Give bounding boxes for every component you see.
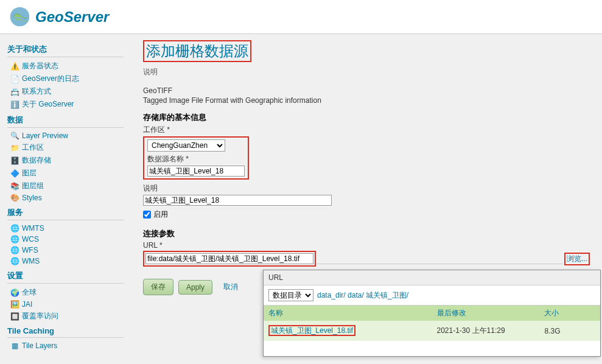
url-highlight [143, 251, 316, 267]
format-name: GeoTIFF [143, 86, 590, 95]
sidebar-item-wmts[interactable]: 🌐WMTS [7, 223, 124, 234]
sidebar-item-logs[interactable]: 📄GeoServer的日志 [7, 72, 124, 85]
info-icon: ℹ️ [10, 100, 19, 109]
col-modified[interactable]: 最后修改 [432, 306, 540, 321]
sidebar-item-tile-layers[interactable]: ▦Tile Layers [7, 340, 124, 351]
dsname-input[interactable] [147, 166, 245, 177]
url-line [317, 253, 563, 264]
browse-highlight: 浏览... [564, 253, 590, 265]
browse-link[interactable]: 浏览... [567, 254, 587, 263]
folder-icon: 📁 [10, 144, 19, 152]
sidebar-item-stores[interactable]: 🗄️数据存储 [7, 154, 124, 167]
sidebar-item-contact[interactable]: 📇联系方式 [7, 85, 124, 98]
apply-button[interactable]: Apply [178, 280, 212, 295]
sidebar-item-layer-groups[interactable]: 📚图层组 [7, 180, 124, 192]
conn-params-section: 连接参数 [143, 228, 590, 239]
sidebar-item-jai[interactable]: 🖼️JAI [7, 299, 124, 310]
url-label: URL * [143, 241, 590, 250]
sidebar-item-wfs[interactable]: 🌐WFS [7, 245, 124, 256]
sidebar-item-server-status[interactable]: ⚠️服务器状态 [7, 60, 124, 72]
format-description: Tagged Image File Format with Geographic… [143, 96, 590, 105]
sidebar-heading-services: 服务 [7, 203, 124, 220]
sidebar-item-wms[interactable]: 🌐WMS [7, 256, 124, 267]
file-browser-popup: URL 数据目录 data_dir/ data/ 城关镇_卫图/ 名称 最后修改… [263, 270, 601, 357]
sidebar-heading-data: 数据 [7, 111, 124, 128]
globe-icon: 🌍 [10, 289, 19, 297]
file-mtime: 2021-1-30 上午11:29 [432, 321, 540, 341]
popup-footer [264, 341, 600, 356]
sidebar-item-about[interactable]: ℹ️关于 GeoServer [7, 98, 124, 111]
workspace-highlight: ChengGuanZhen 数据源名称 * [143, 136, 249, 180]
enabled-checkbox[interactable] [143, 211, 151, 219]
file-table: 名称 最后修改 大小 城关镇_卫图_Level_18.tif 2021-1-30… [264, 306, 600, 341]
file-size: 8.3G [539, 321, 600, 341]
page-title: 添加栅格数据源 [146, 41, 248, 61]
file-row[interactable]: 城关镇_卫图_Level_18.tif 2021-1-30 上午11:29 8.… [264, 321, 600, 341]
workspace-select[interactable]: ChengGuanZhen [147, 139, 225, 152]
sidebar-item-coverage-access[interactable]: 🔲覆盖率访问 [7, 310, 124, 323]
save-button[interactable]: 保存 [143, 279, 173, 295]
col-name[interactable]: 名称 [264, 306, 432, 321]
description-input[interactable] [143, 195, 332, 206]
sidebar-item-wcs[interactable]: 🌐WCS [7, 234, 124, 245]
enabled-label: 启用 [153, 209, 168, 220]
document-icon: 📄 [10, 75, 19, 83]
geoserver-logo-icon [9, 6, 30, 27]
section-basic-info: 存储库的基本信息 [143, 112, 590, 123]
popup-title: URL [264, 270, 600, 285]
card-icon: 📇 [10, 88, 19, 96]
tile-icon: ▦ [10, 341, 19, 350]
sidebar: 关于和状态 ⚠️服务器状态 📄GeoServer的日志 📇联系方式 ℹ️关于 G… [0, 34, 131, 364]
preview-icon: 🔍 [10, 131, 19, 140]
desc-label: 说明 [143, 67, 590, 77]
file-name-highlight: 城关镇_卫图_Level_18.tif [268, 325, 355, 336]
url-input[interactable] [145, 253, 313, 264]
breadcrumb[interactable]: data_dir/ data/ 城关镇_卫图/ [317, 290, 408, 301]
layer-icon: 🔷 [10, 169, 19, 178]
header: GeoServer [0, 0, 602, 34]
brand-text: GeoServer [35, 9, 109, 26]
sidebar-item-global[interactable]: 🌍全球 [7, 286, 124, 299]
directory-select[interactable]: 数据目录 [268, 289, 313, 301]
service-icon: 🌐 [10, 246, 19, 254]
service-icon: 🌐 [10, 257, 19, 265]
sidebar-item-layers[interactable]: 🔷图层 [7, 167, 124, 180]
page-title-highlight: 添加栅格数据源 [143, 40, 251, 62]
service-icon: 🌐 [10, 235, 19, 243]
sidebar-item-styles[interactable]: 🎨Styles [7, 192, 124, 203]
service-icon: 🌐 [10, 224, 19, 233]
col-size[interactable]: 大小 [539, 306, 600, 321]
database-icon: 🗄️ [10, 156, 19, 165]
desc2-label: 说明 [143, 183, 590, 194]
layers-icon: 📚 [10, 182, 19, 191]
cancel-link[interactable]: 取消 [223, 282, 238, 292]
palette-icon: 🎨 [10, 194, 19, 202]
warning-icon: ⚠️ [10, 62, 19, 71]
image-icon: 🖼️ [10, 300, 19, 309]
sidebar-heading-settings: 设置 [7, 267, 124, 284]
sidebar-item-layer-preview[interactable]: 🔍Layer Preview [7, 130, 124, 141]
workspace-label: 工作区 * [143, 125, 590, 135]
coverage-icon: 🔲 [10, 312, 19, 321]
sidebar-heading-about: 关于和状态 [7, 40, 124, 57]
dsname-label: 数据源名称 * [147, 154, 245, 164]
sidebar-heading-tilecache: Tile Caching [7, 323, 124, 338]
sidebar-item-workspaces[interactable]: 📁工作区 [7, 141, 124, 154]
